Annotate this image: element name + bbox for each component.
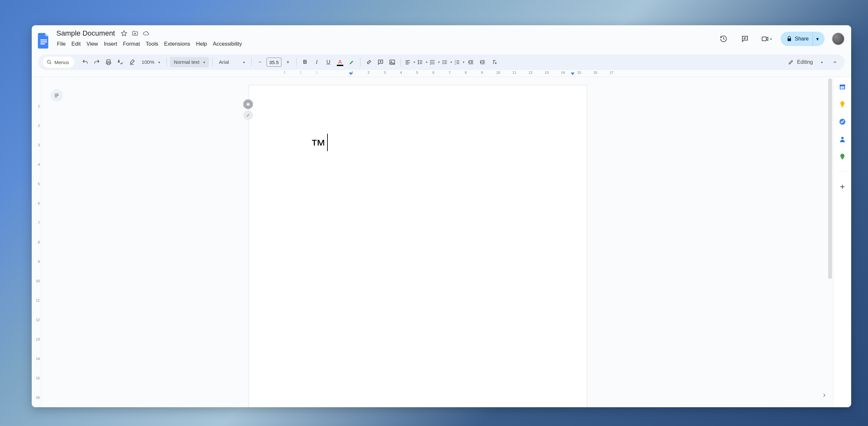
redo-button[interactable] (92, 57, 102, 67)
history-icon[interactable] (716, 32, 731, 46)
paint-format-button[interactable] (127, 57, 137, 67)
svg-rect-19 (841, 106, 843, 107)
horizontal-ruler[interactable]: 3 2 1 1 2 3 4 5 6 7 8 9 10 11 12 13 14 1… (32, 70, 851, 77)
align-button[interactable]: ▾ (404, 57, 415, 67)
ruler-tick: 6 (38, 201, 40, 205)
toolbar-wrap: Menus 100%▾ Normal text▾ Arial▾ − + B I … (32, 54, 851, 70)
ruler-tick: 15 (577, 71, 581, 74)
keep-icon[interactable] (839, 100, 846, 108)
clear-formatting-button[interactable] (489, 57, 499, 67)
editing-label: Editing (797, 59, 813, 65)
tasks-icon[interactable] (839, 118, 846, 126)
docs-logo-icon[interactable] (36, 31, 51, 51)
styles-dropdown[interactable]: Normal text▾ (170, 57, 209, 67)
document-title[interactable]: Sample Document (54, 29, 117, 38)
add-comment-button[interactable] (375, 57, 386, 67)
ruler-tick: 5 (416, 71, 418, 74)
font-dropdown[interactable]: Arial▾ (216, 57, 248, 67)
page[interactable]: ™ (249, 85, 587, 407)
text-cursor (327, 134, 328, 151)
share-caret-icon[interactable]: ▾ (813, 32, 822, 46)
link-button[interactable] (364, 57, 374, 67)
line-spacing-button[interactable]: ▾ (416, 57, 428, 67)
calendar-icon[interactable]: 31 (839, 83, 846, 91)
menu-edit[interactable]: Edit (69, 39, 83, 48)
separator (296, 58, 297, 66)
account-avatar[interactable] (832, 32, 845, 45)
meet-icon[interactable]: ▾ (759, 32, 773, 46)
document-scroll-area[interactable]: ™ (41, 77, 833, 407)
share-button[interactable]: Share ▾ (780, 32, 825, 46)
comment-icon[interactable] (738, 32, 752, 46)
decrease-indent-button[interactable] (466, 57, 476, 67)
insert-image-button[interactable] (387, 57, 397, 67)
svg-point-7 (442, 60, 443, 61)
ruler-tick: 11 (513, 71, 516, 74)
side-panel: 31 (833, 77, 851, 407)
menu-insert[interactable]: Insert (101, 39, 120, 48)
numbered-list-button[interactable]: 123▾ (454, 57, 464, 67)
menu-tools[interactable]: Tools (143, 39, 161, 48)
svg-point-22 (841, 155, 843, 157)
ruler-tick: 3 (283, 71, 285, 74)
vertical-ruler[interactable]: 1 2 3 4 5 6 7 8 9 10 11 12 13 14 15 16 (32, 77, 41, 407)
separator (401, 58, 401, 66)
bold-button[interactable]: B (300, 57, 310, 67)
bullet-list-button[interactable]: ▾ (441, 57, 452, 67)
font-value: Arial (219, 59, 229, 65)
ruler-tick: 3 (384, 71, 386, 74)
highlight-button[interactable] (346, 57, 357, 67)
building-block-icon[interactable] (243, 99, 253, 109)
ruler-tick: 13 (36, 337, 40, 341)
menu-extensions[interactable]: Extensions (162, 39, 193, 48)
collapse-toolbar-button[interactable] (830, 57, 840, 67)
spellcheck-button[interactable] (115, 57, 125, 67)
editing-mode-dropdown[interactable]: Editing ▾ (783, 56, 827, 68)
underline-button[interactable]: U (323, 57, 334, 67)
increase-indent-button[interactable] (477, 57, 488, 67)
zoom-dropdown[interactable]: 100%▾ (138, 57, 163, 67)
scrollbar-thumb[interactable] (828, 78, 832, 279)
menu-accessibility[interactable]: Accessibility (210, 39, 245, 48)
ruler-tick: 2 (300, 71, 302, 74)
cloud-status-icon[interactable] (143, 30, 149, 37)
svg-rect-16 (839, 85, 845, 86)
increase-font-button[interactable]: + (283, 57, 293, 67)
separator (251, 58, 252, 66)
chevron-down-icon: ▾ (204, 61, 205, 64)
menu-file[interactable]: File (54, 39, 68, 48)
style-value: Normal text (174, 59, 199, 65)
hide-side-panel-button[interactable] (819, 390, 830, 401)
italic-button[interactable]: I (312, 57, 322, 67)
chevron-down-icon: ▾ (821, 61, 823, 64)
document-text[interactable]: ™ (311, 136, 326, 154)
scrollbar[interactable] (828, 77, 832, 407)
maps-icon[interactable] (839, 153, 846, 161)
star-icon[interactable] (121, 30, 127, 37)
ruler-tick: 8 (38, 240, 40, 244)
title-stack: Sample Document File Edit View Insert Fo… (54, 29, 245, 48)
pen-icon[interactable] (243, 110, 253, 120)
ruler-tick: 9 (38, 260, 40, 263)
move-icon[interactable] (132, 30, 138, 37)
search-menus-button[interactable]: Menus (43, 57, 74, 68)
menu-help[interactable]: Help (193, 39, 210, 48)
indent-marker-icon[interactable] (571, 72, 575, 75)
svg-point-9 (442, 63, 443, 64)
decrease-font-button[interactable]: − (255, 57, 265, 67)
lock-icon (786, 36, 792, 42)
text-color-button[interactable]: A (335, 57, 345, 67)
checklist-button[interactable]: ▾ (429, 57, 440, 67)
get-addons-button[interactable] (839, 183, 846, 191)
svg-rect-1 (40, 41, 47, 42)
svg-rect-14 (247, 103, 249, 104)
contacts-icon[interactable] (839, 135, 846, 143)
svg-rect-13 (247, 104, 249, 105)
undo-button[interactable] (80, 57, 90, 67)
print-button[interactable] (103, 57, 114, 67)
svg-point-8 (442, 62, 443, 63)
ruler-tick: 10 (36, 279, 40, 283)
menu-view[interactable]: View (84, 39, 100, 48)
font-size-input[interactable] (267, 58, 281, 67)
menu-format[interactable]: Format (121, 39, 143, 48)
